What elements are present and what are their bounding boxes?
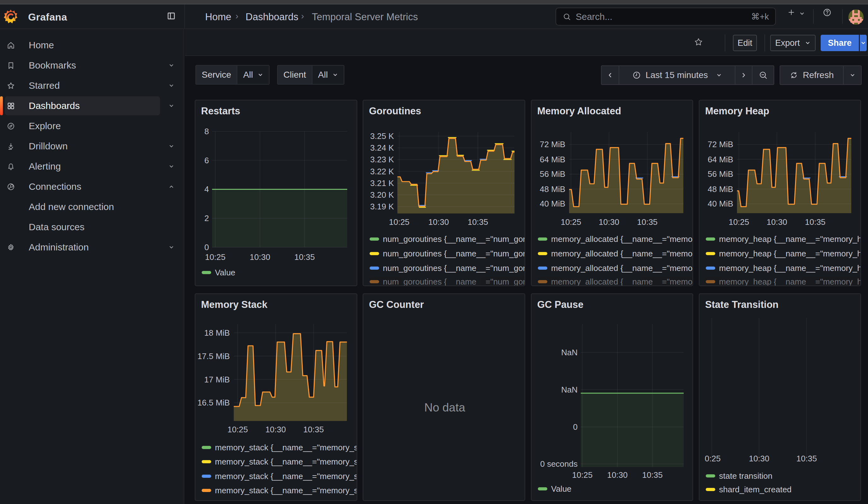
svg-text:10:25: 10:25 [572,470,592,480]
svg-text:GC Pause: GC Pause [537,299,583,310]
svg-text:memory_heap {__name__="memory_: memory_heap {__name__="memory_h [719,249,861,258]
svg-text:56 MiB: 56 MiB [707,169,733,179]
svg-text:NaN: NaN [561,385,578,394]
svg-text:Memory Stack: Memory Stack [201,299,268,310]
svg-text:No data: No data [424,401,465,414]
svg-text:3.25 K: 3.25 K [370,131,394,141]
svg-text:10:25: 10:25 [728,217,749,227]
svg-text:Restarts: Restarts [201,105,240,116]
svg-text:40 MiB: 40 MiB [707,199,733,208]
svg-text:10:30: 10:30 [607,470,628,480]
svg-text:72 MiB: 72 MiB [540,140,565,149]
svg-text:memory_allocated {__name__="me: memory_allocated {__name__="memo [551,249,693,258]
svg-text:10:35: 10:35 [642,470,662,480]
svg-text:memory_heap {__name__="memory_: memory_heap {__name__="memory_h [719,234,861,244]
svg-text:memory_heap {__name__="memory_: memory_heap {__name__="memory_h [719,263,861,273]
svg-text:40 MiB: 40 MiB [540,199,565,208]
svg-text:10:25: 10:25 [389,217,410,227]
svg-text:0: 0 [573,422,577,432]
svg-text:num_goroutines {__name__="num_: num_goroutines {__name__="num_gor [383,234,525,244]
svg-text:3.22 K: 3.22 K [370,167,394,176]
svg-text:56 MiB: 56 MiB [540,169,565,179]
svg-text:Value: Value [551,484,572,494]
svg-text:GC Counter: GC Counter [369,299,424,310]
svg-text:num_goroutines {__name__="num_: num_goroutines {__name__="num_gor [383,277,525,286]
svg-text:17.5 MiB: 17.5 MiB [197,351,230,361]
svg-text:Memory Heap: Memory Heap [705,105,769,116]
svg-text:10:30: 10:30 [428,217,449,227]
svg-text:memory_stack {__name__="memory: memory_stack {__name__="memory_s [215,457,357,466]
svg-text:memory_stack {__name__="memory: memory_stack {__name__="memory_s [215,443,357,452]
svg-text:State Transition: State Transition [705,299,779,310]
svg-text:10:30: 10:30 [266,425,286,434]
svg-text:10:35: 10:35 [294,252,315,262]
svg-text:NaN: NaN [561,348,578,357]
svg-text:8: 8 [205,127,209,136]
svg-text:3.19 K: 3.19 K [370,202,394,211]
svg-text:10:25: 10:25 [227,425,248,434]
svg-text:Value: Value [215,268,236,277]
svg-text:64 MiB: 64 MiB [707,155,733,164]
svg-text:num_goroutines {__name__="num_: num_goroutines {__name__="num_gor [383,263,525,273]
svg-text:10:35: 10:35 [805,217,825,227]
svg-text:num_goroutines {__name__="num_: num_goroutines {__name__="num_gor [383,249,525,258]
svg-text:10:35: 10:35 [637,217,658,227]
svg-text:48 MiB: 48 MiB [707,184,733,194]
svg-text:64 MiB: 64 MiB [540,155,565,164]
svg-text:0: 0 [205,243,209,252]
svg-text:shard_item_created: shard_item_created [719,485,792,494]
svg-text:48 MiB: 48 MiB [540,184,565,194]
svg-text:memory_allocated {__name__="me: memory_allocated {__name__="memo [551,277,693,286]
svg-text:memory_allocated {__name__="me: memory_allocated {__name__="memo [551,263,693,273]
svg-text:4: 4 [205,184,209,194]
svg-text:6: 6 [205,156,209,165]
svg-text:3.21 K: 3.21 K [370,178,394,188]
svg-text:state transition: state transition [719,471,772,481]
svg-text:17 MiB: 17 MiB [204,375,230,384]
svg-text:memory_allocated {__name__="me: memory_allocated {__name__="memo [551,234,693,244]
svg-text:10:35: 10:35 [796,454,817,463]
svg-text:10:35: 10:35 [303,425,324,434]
svg-text:10:30: 10:30 [598,217,619,227]
svg-text:0 seconds: 0 seconds [540,459,578,469]
svg-text:10:25: 10:25 [205,252,225,262]
svg-text:0:25: 0:25 [704,454,721,463]
svg-text:16.5 MiB: 16.5 MiB [197,398,230,407]
svg-text:10:35: 10:35 [468,217,488,227]
svg-text:2: 2 [205,214,209,223]
svg-text:10:30: 10:30 [250,252,270,262]
svg-text:Memory Allocated: Memory Allocated [537,105,621,116]
svg-text:10:30: 10:30 [767,217,787,227]
svg-text:memory_stack {__name__="memory: memory_stack {__name__="memory_s [215,472,357,481]
svg-text:10:25: 10:25 [560,217,581,227]
svg-text:18 MiB: 18 MiB [204,328,230,338]
svg-text:3.20 K: 3.20 K [370,190,394,199]
svg-text:memory_stack {__name__="memory: memory_stack {__name__="memory_s [215,486,357,495]
svg-text:Goroutines: Goroutines [369,105,421,116]
svg-text:3.24 K: 3.24 K [370,143,394,153]
svg-text:72 MiB: 72 MiB [707,140,733,149]
svg-text:10:30: 10:30 [749,454,769,463]
svg-text:memory_heap {__name__="memory_: memory_heap {__name__="memory_h [719,277,861,286]
svg-text:3.23 K: 3.23 K [370,155,394,164]
